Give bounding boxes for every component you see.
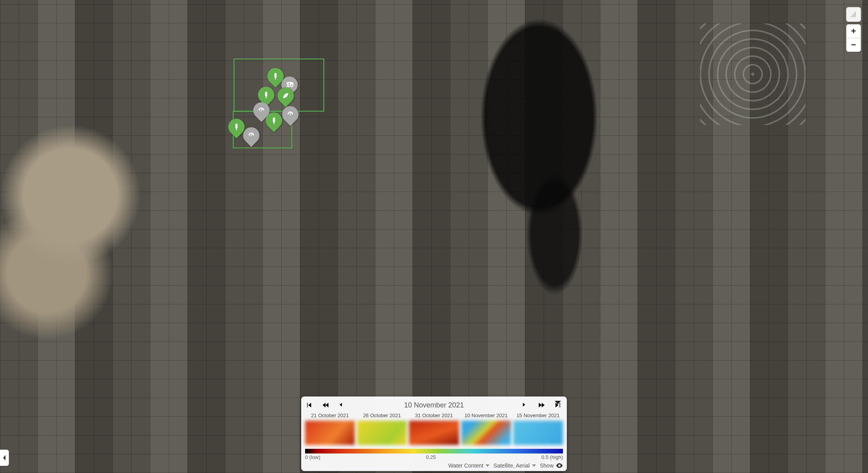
field-boundary[interactable]: [234, 59, 324, 112]
heatmap-thumbnail: [305, 421, 355, 445]
sensor-icon: [270, 116, 278, 125]
timeline-thumbnail[interactable]: 31 October 2021: [409, 413, 459, 445]
chevron-down-icon: [554, 400, 561, 405]
current-date-label: 10 November 2021: [404, 401, 464, 409]
thumbnail-date-label: 15 November 2021: [513, 413, 563, 418]
sidebar-expand-button[interactable]: [0, 450, 9, 466]
timeline-thumbnail[interactable]: 15 November 2021: [513, 413, 563, 445]
gauge-icon: [247, 131, 255, 140]
zoom-control: + −: [846, 24, 861, 52]
heatmap-thumbnail: [357, 421, 407, 445]
visibility-toggle[interactable]: Show: [540, 462, 563, 469]
timeline-thumbnail[interactable]: 21 October 2021: [305, 413, 355, 445]
heatmap-thumbnail: [409, 421, 459, 445]
prev-button[interactable]: [339, 402, 346, 409]
source-select-label: Satellite, Aerial: [493, 462, 530, 469]
thumbnail-date-label: 10 November 2021: [461, 413, 511, 418]
leaf-icon: [281, 91, 290, 100]
sensor-icon: [271, 72, 280, 80]
gauge-icon: [286, 110, 295, 119]
zoom-in-button[interactable]: +: [847, 25, 861, 38]
thumbnail-date-label: 31 October 2021: [409, 413, 459, 418]
bar-chart-icon: [850, 11, 857, 18]
dropdown-icon: [532, 464, 536, 467]
forward-button[interactable]: [538, 402, 546, 409]
timeline-thumbnail[interactable]: 26 October 2021: [357, 413, 407, 445]
color-legend-bar: [305, 449, 563, 453]
show-label: Show: [540, 462, 554, 469]
legend-low-label: 0 (low): [305, 454, 320, 460]
thumbnail-date-label: 21 October 2021: [305, 413, 355, 418]
dropdown-icon: [486, 464, 489, 467]
sensor-icon: [262, 91, 270, 99]
gauge-icon: [257, 106, 266, 115]
layer-select-label: Water Content: [448, 462, 484, 469]
chart-toggle-button[interactable]: [846, 7, 861, 22]
legend-high-label: 0.5 (high): [541, 454, 563, 460]
panel-collapse-button[interactable]: [553, 399, 563, 407]
sensor-icon: [232, 123, 241, 131]
skip-first-button[interactable]: [306, 402, 314, 409]
thumbnail-date-label: 26 October 2021: [357, 413, 407, 418]
layer-select[interactable]: Water Content: [448, 462, 490, 469]
eye-icon: [556, 463, 563, 468]
legend-mid-label: 0.25: [426, 454, 436, 460]
timeline-panel: 10 November 2021 21 October 202126 Octob…: [301, 397, 567, 471]
timeline-thumbnail[interactable]: 10 November 2021: [461, 413, 511, 445]
next-button[interactable]: [522, 402, 529, 409]
rewind-button[interactable]: [322, 402, 330, 409]
heatmap-thumbnail: [461, 421, 511, 445]
zoom-out-button[interactable]: −: [847, 38, 861, 52]
source-select[interactable]: Satellite, Aerial: [493, 462, 536, 469]
chevron-left-icon: [2, 455, 6, 461]
heatmap-thumbnail: [513, 421, 563, 445]
